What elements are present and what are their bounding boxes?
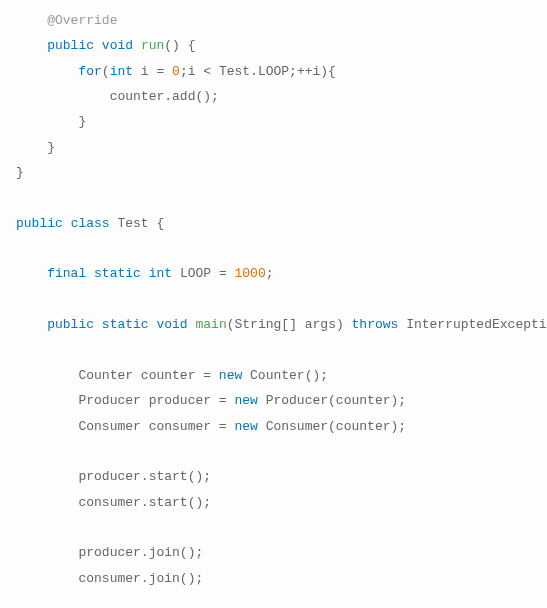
keyword-static: static bbox=[94, 266, 141, 281]
keyword-new: new bbox=[219, 368, 242, 383]
code-line: Counter counter = new Counter(); bbox=[16, 368, 328, 383]
keyword-for: for bbox=[78, 64, 101, 79]
keyword-public: public bbox=[16, 216, 63, 231]
code-line: producer.start(); bbox=[16, 469, 211, 484]
keyword-throws: throws bbox=[352, 317, 399, 332]
code-line: public class Test { bbox=[16, 216, 164, 231]
method-name: main bbox=[196, 317, 227, 332]
code-text: Counter counter = bbox=[78, 368, 218, 383]
code-text: ; bbox=[266, 266, 274, 281]
code-text: producer.start(); bbox=[78, 469, 211, 484]
code-text: { bbox=[149, 216, 165, 231]
code-text: InterruptedException { bbox=[398, 317, 547, 332]
code-line: public void run() { bbox=[16, 38, 196, 53]
code-text: } bbox=[47, 140, 55, 155]
keyword-class: class bbox=[71, 216, 110, 231]
keyword-int: int bbox=[149, 266, 172, 281]
code-text: } bbox=[16, 165, 24, 180]
keyword-void: void bbox=[102, 38, 133, 53]
code-text: (String[] args) bbox=[227, 317, 352, 332]
code-line: Producer producer = new Producer(counter… bbox=[16, 393, 406, 408]
code-line: } bbox=[16, 114, 86, 129]
keyword-public: public bbox=[47, 38, 94, 53]
code-text: ( bbox=[102, 64, 110, 79]
keyword-void: void bbox=[156, 317, 187, 332]
class-name: Test bbox=[117, 216, 148, 231]
code-line: Consumer consumer = new Consumer(counter… bbox=[16, 419, 406, 434]
code-text: Producer(counter); bbox=[258, 393, 406, 408]
code-text: i = bbox=[133, 64, 172, 79]
code-line: final static int LOOP = 1000; bbox=[16, 266, 274, 281]
code-text: producer.join(); bbox=[78, 545, 203, 560]
code-text: Producer producer = bbox=[78, 393, 234, 408]
keyword-public: public bbox=[47, 317, 94, 332]
code-text: Consumer(counter); bbox=[258, 419, 406, 434]
code-text: ;i < Test.LOOP;++i){ bbox=[180, 64, 336, 79]
keyword-new: new bbox=[234, 393, 257, 408]
keyword-new: new bbox=[234, 419, 257, 434]
code-line: producer.join(); bbox=[16, 545, 203, 560]
code-line: for(int i = 0;i < Test.LOOP;++i){ bbox=[16, 64, 336, 79]
code-text: consumer.join(); bbox=[78, 571, 203, 586]
code-text: } bbox=[78, 114, 86, 129]
code-text: LOOP = bbox=[172, 266, 234, 281]
code-text: Consumer consumer = bbox=[78, 419, 234, 434]
code-block: @Override public void run() { for(int i … bbox=[0, 0, 547, 608]
code-line: @Override bbox=[16, 13, 117, 28]
code-text: counter.add(); bbox=[110, 89, 219, 104]
code-line: consumer.join(); bbox=[16, 571, 203, 586]
code-line: } bbox=[16, 165, 24, 180]
annotation: @Override bbox=[47, 13, 117, 28]
code-line: consumer.start(); bbox=[16, 495, 211, 510]
keyword-int: int bbox=[110, 64, 133, 79]
keyword-static: static bbox=[102, 317, 149, 332]
code-line: } bbox=[16, 140, 55, 155]
code-line: public static void main(String[] args) t… bbox=[16, 317, 547, 332]
number-literal: 0 bbox=[172, 64, 180, 79]
code-text: Counter(); bbox=[242, 368, 328, 383]
code-text: () { bbox=[164, 38, 195, 53]
code-line: counter.add(); bbox=[16, 89, 219, 104]
number-literal: 1000 bbox=[235, 266, 266, 281]
code-text: consumer.start(); bbox=[78, 495, 211, 510]
keyword-final: final bbox=[47, 266, 86, 281]
method-name: run bbox=[141, 38, 164, 53]
